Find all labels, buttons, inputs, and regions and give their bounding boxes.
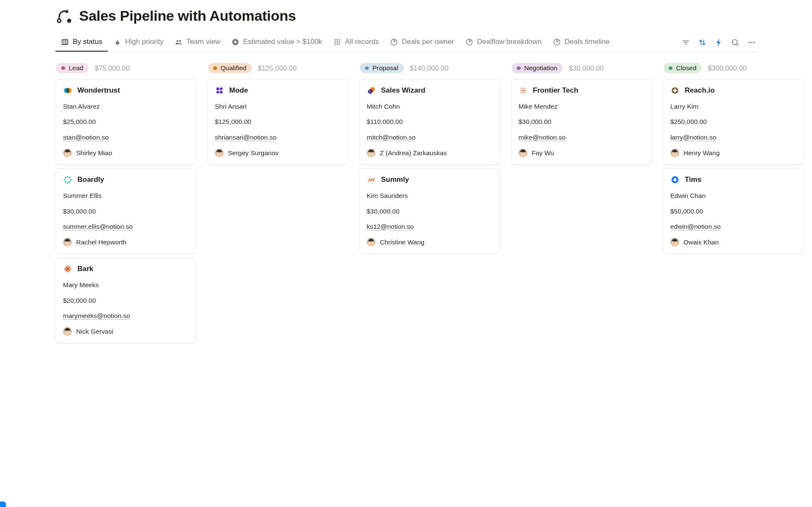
help-widget[interactable] bbox=[0, 502, 6, 507]
owner-name: Owais Khan bbox=[683, 238, 719, 246]
sales-pipeline-page: Sales Pipeline with Automations By statu… bbox=[0, 7, 812, 343]
column-header: Negotiation $30,000.00 bbox=[511, 63, 652, 73]
view-toolbar bbox=[679, 36, 758, 52]
tab-team-view[interactable]: Team view bbox=[169, 33, 226, 52]
deal-card-boardly[interactable]: Boardly Summer Ellis $30,000.00 summer.e… bbox=[55, 168, 196, 254]
deal-card-reach-io[interactable]: Reach.io Larry Kim $250,000.00 larry@not… bbox=[663, 79, 804, 165]
owner-row: Henry Wang bbox=[670, 148, 796, 157]
tab-label: Estimated value > $100k bbox=[243, 38, 322, 46]
reach-io-logo bbox=[670, 86, 680, 95]
column-cards: Frontier Tech Mike Mendez $30,000.00 mik… bbox=[511, 79, 652, 165]
tab-dealflow-breakdown[interactable]: Dealflow breakdown bbox=[460, 33, 547, 52]
owner-row: Shirley Miao bbox=[63, 148, 189, 157]
view-tabbar: By status High priority Team view Estima… bbox=[55, 33, 758, 52]
status-label: Negotiation bbox=[524, 64, 557, 72]
email-link[interactable]: mike@notion.so bbox=[518, 134, 565, 141]
company-name: Boardly bbox=[77, 175, 104, 184]
deal-card-summly[interactable]: Summly Kim Saunders $30,000.00 ks12@noti… bbox=[359, 168, 500, 254]
column-header: Lead $75,000.00 bbox=[55, 63, 196, 73]
status-pill[interactable]: Qualified bbox=[208, 63, 252, 73]
sort-icon[interactable] bbox=[696, 36, 708, 49]
status-label: Closed bbox=[676, 64, 697, 72]
card-title-row: Wondertrust bbox=[63, 86, 189, 95]
tab-all-records[interactable]: All records bbox=[328, 33, 384, 52]
deal-amount: $250,000.00 bbox=[670, 118, 796, 126]
tab-label: Dealflow breakdown bbox=[477, 38, 542, 46]
email-link[interactable]: shriansari@notion.so bbox=[215, 134, 277, 141]
more-icon[interactable] bbox=[745, 36, 758, 49]
tab-label: Deals timeline bbox=[565, 38, 610, 46]
status-dot-icon bbox=[365, 66, 369, 70]
column-header: Proposal $140,000.00 bbox=[359, 63, 500, 73]
tab-label: By status bbox=[73, 38, 102, 46]
email-link[interactable]: stan@notion.so bbox=[63, 134, 109, 141]
owner-row: Fay Wu bbox=[518, 148, 644, 157]
tab-label: All records bbox=[345, 38, 379, 46]
deal-card-bark[interactable]: Bark Mary Meeks $20,000.00 marymeeks@not… bbox=[55, 258, 196, 343]
deal-amount: $30,000.00 bbox=[63, 207, 189, 215]
owner-name: Christine Wang bbox=[380, 238, 424, 246]
status-dot-icon bbox=[517, 66, 521, 70]
fay-wu-avatar bbox=[518, 148, 527, 157]
status-pill[interactable]: Lead bbox=[56, 63, 88, 73]
status-pill[interactable]: Proposal bbox=[360, 63, 403, 73]
tab-label: High priority bbox=[125, 38, 164, 46]
lightning-icon[interactable] bbox=[712, 36, 725, 49]
filter-icon[interactable] bbox=[679, 36, 692, 49]
board-column-negotiation: Negotiation $30,000.00 Frontier Tech Mik… bbox=[511, 63, 652, 165]
email-link[interactable]: larry@notion.so bbox=[670, 134, 716, 141]
deal-amount: $30,000.00 bbox=[518, 118, 644, 126]
tab-high-priority[interactable]: High priority bbox=[108, 33, 169, 52]
tab-deals-timeline[interactable]: Deals timeline bbox=[547, 33, 615, 52]
owner-name: Z (Andrea) Zarkauskas bbox=[380, 149, 447, 157]
email-link[interactable]: summer.ellis@notion.so bbox=[63, 223, 133, 230]
page-header: Sales Pipeline with Automations bbox=[55, 7, 812, 25]
summly-logo bbox=[367, 175, 376, 184]
tab-estimated-value-100k[interactable]: Estimated value > $100k bbox=[226, 33, 328, 52]
clock-icon bbox=[553, 38, 561, 46]
board-column-proposal: Proposal $140,000.00 Sales Wizard Mitch … bbox=[359, 63, 500, 254]
deal-card-wondertrust[interactable]: Wondertrust Stan Alvarez $25,000.00 stan… bbox=[55, 79, 196, 165]
fire-icon bbox=[113, 38, 121, 46]
z-andrea-zarkauskas-avatar bbox=[367, 148, 376, 157]
company-name: Tims bbox=[685, 175, 701, 184]
owner-name: Sergey Surganov bbox=[228, 149, 279, 157]
tims-logo bbox=[670, 175, 680, 184]
automation-icon[interactable] bbox=[55, 7, 73, 25]
deal-card-sales-wizard[interactable]: Sales Wizard Mitch Cohn $110,000.00 mitc… bbox=[359, 79, 500, 165]
email-link[interactable]: marymeeks@notion.so bbox=[63, 312, 130, 319]
email-link[interactable]: mitch@notion.so bbox=[367, 134, 416, 141]
henry-wang-avatar bbox=[670, 148, 679, 157]
tab-deals-per-owner[interactable]: Deals per owner bbox=[384, 33, 460, 52]
email-link[interactable]: edwin@notion.so bbox=[670, 223, 721, 230]
owner-row: Sergey Surganov bbox=[215, 148, 340, 157]
deal-amount: $25,000.00 bbox=[63, 118, 189, 126]
contact-name: Mary Meeks bbox=[63, 281, 189, 289]
column-header: Closed $300,000.00 bbox=[663, 63, 804, 73]
deal-amount: $110,000.00 bbox=[367, 118, 492, 126]
nick-gervasi-avatar bbox=[63, 327, 72, 336]
search-icon[interactable] bbox=[729, 36, 741, 49]
deal-card-tims[interactable]: Tims Edwin Chan $50,000.00 edwin@notion.… bbox=[663, 168, 804, 254]
email-link[interactable]: ks12@notion.so bbox=[367, 223, 414, 230]
tab-by-status[interactable]: By status bbox=[55, 33, 108, 52]
deal-card-frontier-tech[interactable]: Frontier Tech Mike Mendez $30,000.00 mik… bbox=[511, 79, 652, 165]
owner-row: Owais Khan bbox=[670, 238, 796, 247]
status-pill[interactable]: Negotiation bbox=[512, 63, 562, 73]
status-dot-icon bbox=[669, 66, 672, 70]
page-title[interactable]: Sales Pipeline with Automations bbox=[79, 8, 296, 24]
column-total: $300,000.00 bbox=[708, 64, 747, 72]
pie-chart-icon bbox=[390, 38, 398, 46]
owner-row: Rachel Hepworth bbox=[63, 238, 189, 247]
contact-name: Shri Ansari bbox=[215, 102, 340, 110]
kanban-board: Lead $75,000.00 Wondertrust Stan Alvarez… bbox=[55, 63, 812, 343]
contact-name: Mike Mendez bbox=[518, 102, 644, 110]
status-pill[interactable]: Closed bbox=[664, 63, 702, 73]
company-name: Reach.io bbox=[685, 86, 715, 95]
board-column-lead: Lead $75,000.00 Wondertrust Stan Alvarez… bbox=[55, 63, 196, 343]
card-title-row: Reach.io bbox=[670, 86, 796, 95]
column-total: $140,000.00 bbox=[410, 64, 449, 72]
wondertrust-logo bbox=[63, 86, 72, 95]
owner-name: Shirley Miao bbox=[76, 149, 112, 157]
deal-card-mode[interactable]: Mode Shri Ansari $125,000.00 shriansari@… bbox=[207, 79, 348, 165]
